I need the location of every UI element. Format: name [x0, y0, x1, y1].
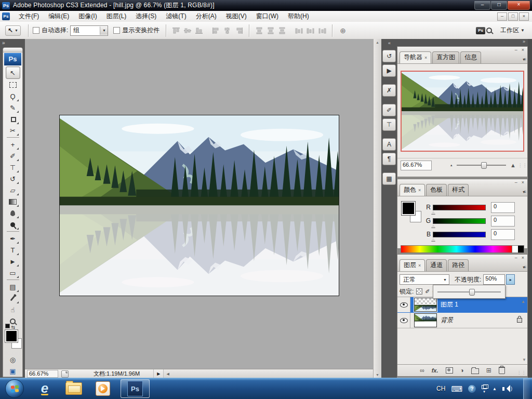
show-desktop-button[interactable]: [523, 378, 530, 399]
dodge-tool[interactable]: [6, 219, 20, 230]
menu-select[interactable]: 选择(S): [131, 11, 161, 22]
align-horizontal-centers-icon[interactable]: [223, 27, 232, 34]
start-button[interactable]: [5, 379, 24, 398]
brush-tool[interactable]: ✐: [6, 150, 20, 162]
menu-analysis[interactable]: 分析(A): [191, 11, 221, 22]
dock-brushes-button[interactable]: ✐: [382, 104, 396, 116]
distribute-right-edges-icon[interactable]: [318, 27, 326, 34]
dock-actions-button[interactable]: ▶: [382, 64, 396, 77]
lasso-tool[interactable]: Ϙ: [6, 90, 20, 102]
close-button[interactable]: ×: [508, 1, 530, 10]
delete-layer-icon[interactable]: [499, 367, 505, 374]
align-top-edges-icon[interactable]: [172, 27, 180, 34]
tab-info[interactable]: 信息: [460, 51, 481, 63]
horizontal-scrollbar[interactable]: ◀: [164, 369, 373, 378]
tab-paths[interactable]: 路径: [448, 259, 469, 271]
quick-selection-tool[interactable]: ✎: [6, 102, 20, 113]
volume-icon[interactable]: ): [502, 385, 512, 392]
lock-transparency-icon[interactable]: [416, 288, 422, 295]
zoom-slider-thumb[interactable]: [481, 162, 487, 169]
dock-paragraph-button[interactable]: ¶: [382, 153, 396, 165]
navigator-zoom-slider[interactable]: [457, 165, 507, 166]
red-slider[interactable]: [433, 205, 486, 210]
panel-close-icon[interactable]: ×: [522, 180, 524, 185]
panels-collapse-icon[interactable]: »: [397, 39, 528, 46]
link-layers-icon[interactable]: ∞: [420, 367, 424, 374]
dock-clone-source-button[interactable]: ⊤: [382, 118, 396, 131]
window-tray-icon[interactable]: ▾: [482, 385, 487, 393]
language-indicator[interactable]: CH: [436, 385, 445, 392]
panel-close-icon[interactable]: ×: [522, 47, 524, 52]
taskbar-photoshop-active[interactable]: Ps: [121, 379, 150, 398]
bridge-icon[interactable]: Ps: [476, 27, 485, 34]
path-selection-tool[interactable]: ►: [6, 256, 20, 267]
help-tray-icon[interactable]: ?: [468, 385, 476, 393]
tab-channels[interactable]: 通道: [426, 259, 447, 271]
foreground-color-swatch[interactable]: [5, 330, 18, 342]
tab-navigator[interactable]: 导航器×: [400, 51, 431, 63]
menu-window[interactable]: 窗口(W): [251, 11, 283, 22]
document-image[interactable]: [59, 115, 339, 296]
doc-restore-button[interactable]: □: [508, 12, 518, 21]
foreground-color-swatch[interactable]: [402, 202, 415, 215]
dock-history-button[interactable]: ↺: [382, 50, 396, 62]
visibility-cell[interactable]: [397, 313, 410, 328]
panel-minimize-icon[interactable]: –: [515, 255, 517, 260]
layer-name[interactable]: 背景: [441, 316, 453, 325]
distribute-bottom-edges-icon[interactable]: [278, 27, 286, 34]
rectangular-marquee-tool[interactable]: [6, 79, 20, 90]
spectrum-white[interactable]: [512, 246, 518, 252]
default-colors-icon[interactable]: [5, 324, 10, 328]
tab-close-icon[interactable]: ×: [418, 188, 421, 193]
menu-help[interactable]: 帮助(H): [283, 11, 314, 22]
minimize-button[interactable]: –: [474, 1, 490, 10]
menu-file[interactable]: 文件(F): [14, 11, 44, 22]
layer-row-layer1[interactable]: 图层 1 ▲: [397, 297, 527, 313]
auto-select-dropdown[interactable]: 组 ▼: [70, 25, 108, 36]
dock-layer-comps-button[interactable]: ▦: [382, 172, 396, 185]
menu-edit[interactable]: 编辑(E): [44, 11, 74, 22]
tab-histogram[interactable]: 直方图: [432, 51, 459, 63]
adjustment-layer-icon[interactable]: ◑: [460, 367, 464, 374]
blur-tool[interactable]: [6, 207, 20, 219]
screen-mode-button[interactable]: ▣: [6, 365, 20, 377]
panel-resize-grip[interactable]: ⋮⋮: [517, 370, 526, 375]
green-slider[interactable]: [433, 218, 486, 224]
history-brush-tool[interactable]: ↺: [6, 173, 20, 184]
toolbox-grip[interactable]: [3, 48, 22, 52]
menu-layer[interactable]: 图层(L): [102, 11, 131, 22]
panel-menu-icon[interactable]: ▾≡: [523, 57, 525, 62]
spectrum-rainbow[interactable]: [401, 246, 512, 252]
clone-stamp-tool[interactable]: ⊤: [6, 162, 20, 173]
tab-close-icon[interactable]: ×: [418, 263, 421, 268]
navigator-proxy-view[interactable]: [401, 71, 524, 152]
background-thumbnail[interactable]: [414, 313, 437, 327]
dock-tool-presets-button[interactable]: ✗: [382, 84, 396, 97]
doc-minimize-button[interactable]: –: [497, 12, 507, 21]
opacity-value-field[interactable]: 50%: [483, 274, 505, 285]
opacity-slider-track[interactable]: [437, 291, 501, 292]
panel-minimize-icon[interactable]: –: [515, 180, 517, 185]
dock-character-button[interactable]: A: [382, 138, 396, 151]
zoom-out-icon[interactable]: ▴: [450, 163, 453, 167]
crop-tool[interactable]: [6, 113, 20, 125]
taskbar-file-explorer[interactable]: [62, 379, 85, 398]
align-bottom-edges-icon[interactable]: [195, 27, 203, 34]
status-zoom-field[interactable]: 66.67%: [27, 370, 58, 378]
tab-swatches[interactable]: 色板: [426, 184, 447, 196]
scroll-down-icon[interactable]: ▼: [522, 357, 526, 362]
pen-tool[interactable]: ✒: [6, 233, 20, 244]
quick-mask-button[interactable]: ◎: [6, 354, 20, 365]
panel-close-icon[interactable]: ×: [522, 255, 524, 260]
menu-view[interactable]: 视图(V): [221, 11, 251, 22]
menu-filter[interactable]: 滤镜(T): [161, 11, 191, 22]
align-right-edges-icon[interactable]: [235, 27, 243, 34]
panel-resize-grip[interactable]: ⋮⋮: [518, 163, 524, 168]
visibility-cell[interactable]: [397, 297, 410, 312]
healing-brush-tool[interactable]: +: [6, 139, 20, 150]
scroll-up-icon[interactable]: ▲: [376, 39, 379, 46]
new-group-icon[interactable]: [471, 368, 479, 374]
green-slider-thumb[interactable]: [431, 224, 435, 228]
gradient-tool[interactable]: [6, 196, 20, 207]
spectrum-black[interactable]: [518, 246, 524, 252]
